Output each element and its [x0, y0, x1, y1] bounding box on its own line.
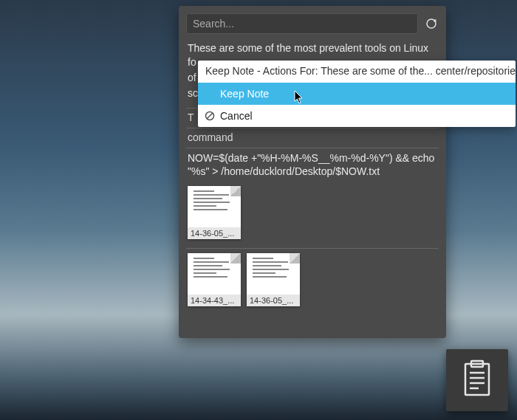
context-menu: Keep Note - Actions For: These are some …	[198, 61, 516, 127]
clipboard-thumbnail[interactable]: 14-36-05_...	[247, 253, 300, 306]
thumbnail-label: 14-34-43_...	[188, 295, 241, 306]
clear-search-icon[interactable]	[424, 16, 439, 31]
thumbnail-row-1: 14-36-05_...	[188, 186, 437, 239]
thumbnail-label: 14-36-05_...	[188, 227, 241, 239]
divider	[186, 128, 439, 128]
clipboard-thumbnail[interactable]: 14-36-05_...	[188, 186, 241, 239]
clipboard-tray-button[interactable]	[446, 349, 508, 411]
clipboard-panel: These are some of the most prevalent too…	[179, 6, 446, 338]
svg-line-2	[207, 113, 213, 119]
command-label[interactable]: command	[188, 131, 437, 143]
context-menu-title: Keep Note - Actions For: These are some …	[198, 61, 516, 83]
search-input[interactable]	[186, 13, 418, 34]
search-row	[186, 13, 439, 34]
divider	[186, 148, 439, 148]
command-text[interactable]: NOW=$(date +"%H-%M-%S__%m-%d-%Y") && ech…	[188, 151, 437, 179]
thumbnail-label: 14-36-05_...	[247, 295, 300, 306]
clipboard-thumbnail[interactable]: 14-34-43_...	[188, 253, 241, 306]
divider	[186, 248, 439, 249]
menu-item-label: Cancel	[220, 110, 253, 122]
menu-item-label: Keep Note	[220, 88, 269, 100]
svg-rect-3	[465, 364, 489, 395]
thumbnail-row-2: 14-34-43_... 14-36-05_...	[188, 253, 437, 306]
menu-item-cancel[interactable]: Cancel	[198, 105, 516, 127]
clipboard-icon	[461, 359, 493, 401]
menu-item-keep-note[interactable]: Keep Note	[198, 83, 516, 105]
cancel-icon	[204, 110, 216, 122]
